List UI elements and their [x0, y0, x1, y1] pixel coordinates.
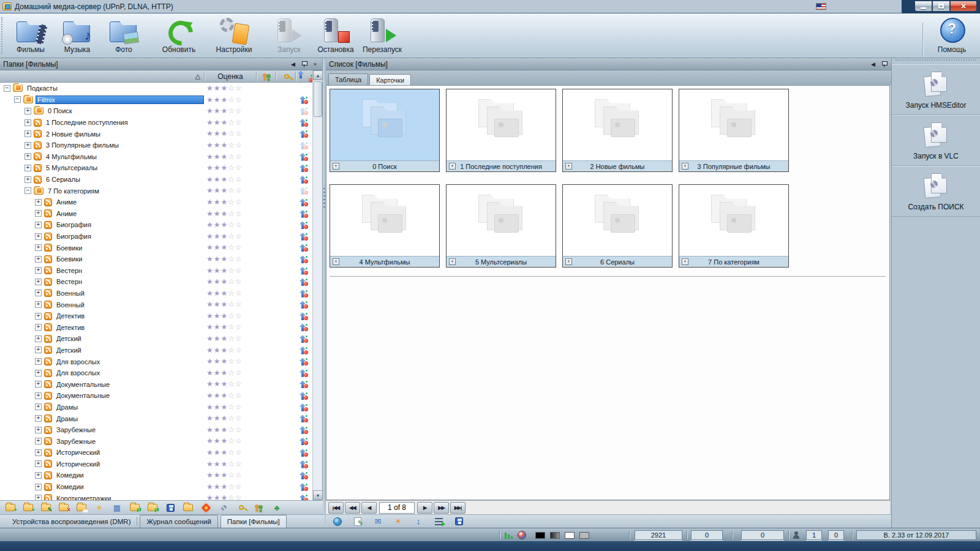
rating-stars[interactable]: ★★★☆☆ — [206, 232, 243, 241]
upload-toggle-icon[interactable] — [300, 449, 308, 457]
expander-plus-icon[interactable]: + — [24, 142, 31, 149]
expand-plus-button[interactable]: + — [449, 258, 456, 265]
tree-row[interactable]: +Военный★★★☆☆ — [0, 299, 313, 310]
sort-updown-button[interactable]: ↕ — [412, 515, 425, 527]
expander-plus-icon[interactable]: + — [35, 244, 42, 251]
bottom-tab-1[interactable]: Устройства воспроизведения (DMR) — [6, 515, 137, 528]
toolbar-stop-button[interactable]: Остановка — [312, 15, 359, 54]
rating-stars[interactable]: ★★★☆☆ — [206, 277, 243, 286]
expand-plus-button[interactable]: + — [449, 163, 456, 170]
tree-row[interactable]: +Биография★★★☆☆ — [0, 231, 313, 242]
tree-row[interactable]: −Filmix★★★☆☆ — [0, 94, 313, 106]
close-panel-icon[interactable]: × — [311, 60, 319, 68]
tree-row[interactable]: −7 По категориям★★★☆☆ — [0, 185, 313, 197]
rating-stars[interactable]: ★★★☆☆ — [206, 266, 243, 275]
upload-toggle-icon[interactable] — [300, 403, 308, 411]
close-button[interactable]: × — [950, 1, 977, 12]
tree-row[interactable]: +Вестерн★★★☆☆ — [0, 265, 313, 277]
expander-plus-icon[interactable]: + — [35, 370, 42, 377]
expander-plus-icon[interactable]: + — [24, 176, 31, 183]
edit-page-button[interactable] — [351, 515, 364, 527]
rating-stars[interactable]: ★★★☆☆ — [206, 482, 243, 491]
toolbar-photo-button[interactable]: Фото — [100, 15, 147, 54]
rating-stars[interactable]: ★★★☆☆ — [206, 323, 243, 331]
upload-toggle-icon[interactable] — [300, 437, 308, 445]
upload-toggle-icon[interactable] — [300, 119, 308, 127]
folder-card[interactable]: +6 Сериалы — [562, 184, 673, 268]
add-folder-button[interactable]: + — [4, 502, 17, 514]
tab-table[interactable]: Таблица — [328, 73, 368, 85]
tree-row[interactable]: +Драмы★★★☆☆ — [0, 402, 313, 413]
expand-plus-button[interactable]: + — [565, 163, 572, 170]
tree-row[interactable]: +Вестерн★★★☆☆ — [0, 276, 313, 288]
maximize-button[interactable] — [932, 1, 950, 12]
expand-plus-button[interactable]: + — [682, 258, 688, 265]
upload-toggle-icon[interactable] — [300, 426, 308, 434]
upload-toggle-icon[interactable] — [300, 221, 308, 229]
upload-toggle-icon[interactable] — [300, 312, 308, 320]
tree-row[interactable]: +Короткометражки★★★☆☆ — [0, 492, 313, 500]
playlist-button[interactable] — [432, 515, 445, 527]
expand-plus-button[interactable]: + — [333, 258, 339, 265]
rating-stars[interactable]: ★★★☆☆ — [206, 300, 243, 309]
folder-card[interactable]: +7 По категориям — [679, 184, 789, 268]
tree-row[interactable]: +Детектив★★★☆☆ — [0, 310, 313, 322]
globe-button[interactable] — [331, 515, 344, 527]
export-folder-button[interactable]: → — [181, 502, 195, 514]
palm-tree-button[interactable]: ♣ — [270, 502, 284, 514]
sidebar-button-search[interactable]: Создать ПОИСК — [892, 166, 980, 217]
expander-plus-icon[interactable]: + — [24, 153, 31, 160]
rating-stars[interactable]: ★★★☆☆ — [206, 141, 243, 149]
upload-toggle-icon[interactable] — [300, 414, 308, 422]
rating-stars[interactable]: ★★★☆☆ — [206, 220, 243, 229]
tree-row[interactable]: +Для взрослых★★★☆☆ — [0, 356, 313, 367]
rating-column-header[interactable]: Оценка — [205, 70, 256, 82]
upload-toggle-icon[interactable] — [300, 130, 308, 138]
rating-stars[interactable]: ★★★☆☆ — [206, 493, 243, 500]
expand-plus-button[interactable]: + — [333, 163, 339, 170]
expander-plus-icon[interactable]: + — [35, 415, 42, 422]
send-button[interactable]: ✉ — [371, 515, 385, 527]
upload-toggle-icon[interactable] — [300, 347, 308, 354]
upload-toggle-icon[interactable] — [300, 460, 308, 468]
import-folder-2-button[interactable]: ⇄ — [146, 502, 159, 514]
sidebar-grip[interactable] — [895, 59, 976, 63]
tree-row[interactable]: +2 Новые фильмы★★★☆☆ — [0, 128, 313, 140]
tree-row[interactable]: +1 Последние поступления★★★☆☆ — [0, 117, 313, 129]
expander-plus-icon[interactable]: + — [24, 108, 31, 114]
rating-stars[interactable]: ★★★☆☆ — [206, 425, 243, 434]
key-column-header[interactable] — [278, 70, 295, 82]
expander-plus-icon[interactable]: + — [35, 233, 42, 240]
tree-row[interactable]: +Зарубежные★★★☆☆ — [0, 424, 313, 436]
rating-stars[interactable]: ★★★☆☆ — [206, 96, 243, 104]
upload-toggle-icon[interactable] — [300, 244, 308, 252]
tree-row[interactable]: −Подкасты★★★☆☆ — [0, 83, 313, 94]
upload-toggle-icon[interactable] — [300, 210, 308, 218]
scroll-down-button[interactable]: ▼ — [313, 490, 323, 500]
rating-stars[interactable]: ★★★☆☆ — [206, 186, 243, 195]
expander-plus-icon[interactable]: + — [35, 335, 42, 342]
expander-plus-icon[interactable]: + — [35, 358, 42, 365]
collapse-left-icon[interactable]: ◀ — [869, 60, 877, 68]
rating-stars[interactable]: ★★★☆☆ — [206, 289, 243, 298]
expander-plus-icon[interactable]: + — [35, 256, 42, 263]
tree-row[interactable]: +Исторический★★★☆☆ — [0, 447, 313, 459]
scroll-up-button[interactable]: ▲ — [313, 70, 323, 80]
minimize-button[interactable] — [914, 1, 932, 12]
edit-folder-button[interactable]: ✎ — [39, 502, 53, 514]
expander-plus-icon[interactable]: + — [35, 460, 42, 467]
upload-toggle-icon[interactable] — [300, 267, 308, 275]
prev-page-button[interactable]: ◀ — [361, 502, 377, 514]
toolbar-restart-button[interactable]: Перезапуск — [359, 15, 405, 54]
toolbar-grip[interactable] — [1, 17, 6, 54]
burst-button[interactable] — [199, 502, 213, 514]
last-page-button[interactable]: ▶▶| — [450, 502, 466, 514]
expand-plus-button[interactable]: + — [565, 258, 572, 265]
upload-toggle-icon[interactable] — [300, 392, 308, 400]
rating-stars[interactable]: ★★★☆☆ — [206, 198, 243, 206]
tree-row[interactable]: +Детский★★★☆☆ — [0, 333, 313, 345]
upload-toggle-icon[interactable] — [300, 164, 308, 172]
gear-button[interactable] — [217, 502, 230, 514]
expander-plus-icon[interactable]: + — [24, 119, 31, 126]
fast-prev-button[interactable]: ◀◀ — [345, 502, 360, 514]
